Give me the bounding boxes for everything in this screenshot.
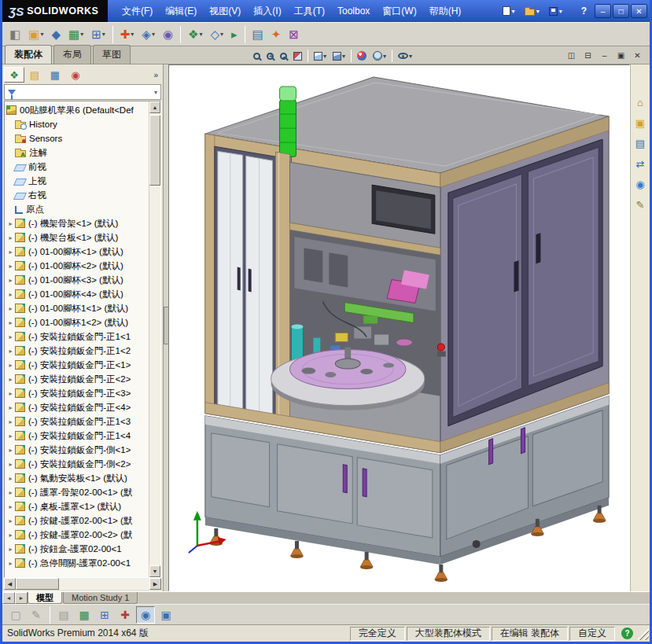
tree-item[interactable]: ▸(-) 桌板-護罩<1> (默认) (5, 499, 149, 513)
expand-arrow-icon[interactable]: ▸ (6, 333, 15, 340)
tree-item[interactable]: 注解 (5, 145, 149, 160)
expand-arrow-icon[interactable]: ▸ (6, 418, 15, 425)
tree-item[interactable]: ▸(-) 01-00腳杯<4> (默认) (5, 287, 149, 301)
view-palette-icon[interactable]: ⇄ (632, 156, 649, 172)
menu-file[interactable]: 文件(F) (116, 2, 159, 21)
tree-item[interactable]: ▸(-) 按鈕盒-護罩02-00<1 (5, 542, 149, 556)
appearances-tab-icon[interactable]: ◉ (65, 67, 86, 83)
expand-arrow-icon[interactable]: ▸ (6, 348, 15, 355)
panel-chevron-icon[interactable]: » (150, 71, 161, 79)
tree-item[interactable]: ▸(-) 安裝拉鎖鈑金門-正1<4 (5, 429, 149, 443)
expand-arrow-icon[interactable]: ▸ (6, 376, 15, 383)
tree-item[interactable]: ▸(-) 安裝拉鎖鈑金門-正<3> (5, 386, 149, 400)
open-recent-icon[interactable]: ▣▾ (25, 25, 46, 44)
tree-vertical-scrollbar[interactable]: ▲ ▼ (149, 101, 160, 577)
tree-item[interactable]: 原点 (5, 202, 149, 216)
expand-arrow-icon[interactable]: ▸ (6, 532, 15, 539)
resize-grip[interactable] (638, 627, 649, 640)
tree-item[interactable]: ▸(-) 安裝拉鎖鈑金門-正<1> (5, 358, 149, 372)
tree-item[interactable]: ▸(-) 01-00腳杯<2> (默认) (5, 259, 149, 273)
tree-item[interactable]: ▸(-) 01-00腳杯1<1> (默认) (5, 301, 149, 315)
expand-arrow-icon[interactable]: ▸ (6, 447, 15, 454)
tree-root-item[interactable]: 00貼膜机苹果6 (Default<Def (5, 103, 149, 117)
expand-arrow-icon[interactable]: ▸ (6, 489, 15, 496)
tab-scroll-left-icon[interactable]: ◄ (2, 592, 15, 604)
pane-left-icon[interactable]: ◫ (564, 49, 579, 61)
tree-item[interactable]: ▸(-) 安裝拉鎖鈑金門-正<4> (5, 400, 149, 414)
status-help-icon[interactable]: ? (621, 627, 633, 639)
expand-arrow-icon[interactable]: ▸ (6, 503, 15, 510)
insert-components-icon[interactable]: ⊞▾ (88, 25, 109, 44)
display-style-icon[interactable]: ▾ (330, 50, 348, 62)
new-motion-study-icon[interactable]: ▸ (228, 25, 241, 44)
graphics-area[interactable] (169, 65, 629, 591)
view-settings-icon[interactable]: ▾ (396, 51, 414, 61)
zoom-area-icon[interactable] (264, 51, 276, 61)
scroll-down-icon[interactable]: ▼ (149, 565, 160, 577)
expand-arrow-icon[interactable]: ▸ (6, 319, 15, 326)
open-document-icon[interactable]: ▾ (521, 5, 543, 17)
tree-item[interactable]: ▸(-) 安裝拉鎖鈑金門-正<2> (5, 372, 149, 386)
move-component-icon[interactable]: ◈▾ (138, 25, 158, 44)
pane-split-icon[interactable]: ⊟ (580, 49, 595, 61)
tab-scroll-right-icon[interactable]: ► (15, 592, 28, 604)
tree-item[interactable]: History (5, 117, 149, 131)
tree-item[interactable]: 前视 (5, 160, 149, 174)
new-document-icon[interactable]: ▾ (499, 5, 518, 17)
linear-component-pattern-icon[interactable]: ▦▾ (65, 25, 87, 44)
view-orientation-icon[interactable]: ▾ (311, 50, 329, 62)
menu-tools[interactable]: 工具(T) (288, 2, 331, 21)
filter-dropdown-icon[interactable]: ▾ (154, 89, 157, 96)
hide-show-tree-icon[interactable]: ◧ (6, 25, 24, 44)
tree-item[interactable]: ▸(-) 急停開關-護罩02-00<1 (5, 556, 149, 570)
tree-item[interactable]: ▸(-) 按鍵-護罩02-00<1> (默 (5, 513, 149, 528)
expand-arrow-icon[interactable]: ▸ (6, 546, 15, 553)
doc-tab-motion-study-1[interactable]: Motion Study 1 (63, 592, 138, 604)
close-button[interactable]: ✕ (631, 4, 647, 18)
expand-arrow-icon[interactable]: ▸ (6, 263, 15, 270)
doc-tab-模型[interactable]: 模型 (28, 592, 62, 604)
featuremanager-tab-icon[interactable]: ❖ (4, 67, 24, 83)
tab-sketch[interactable]: 草图 (93, 45, 131, 64)
configurationmanager-tab-icon[interactable]: ▦ (45, 67, 65, 83)
expand-arrow-icon[interactable]: ▸ (6, 234, 15, 241)
section-view-icon[interactable] (291, 50, 304, 62)
zoom-fit-icon[interactable] (251, 51, 263, 61)
tree-item[interactable]: 上视 (5, 174, 149, 188)
expand-arrow-icon[interactable]: ▸ (6, 432, 15, 440)
expand-arrow-icon[interactable]: ▸ (6, 517, 15, 524)
scroll-left-icon[interactable]: ◀ (4, 578, 16, 590)
tree-item[interactable]: ▸(-) 安裝拉鎖鈑金門-側<1> (5, 443, 149, 457)
vertical-scroll-thumb[interactable] (149, 115, 160, 186)
appearances-scenes-icon[interactable]: ◉ (632, 176, 649, 193)
grid-system-icon[interactable]: ⊞ (95, 606, 114, 624)
scroll-up-icon[interactable]: ▲ (149, 101, 160, 113)
expand-arrow-icon[interactable]: ▸ (6, 390, 15, 397)
mate-icon[interactable]: ◆ (48, 25, 64, 44)
menu-toolbox[interactable]: Toolbox (331, 2, 376, 20)
expand-arrow-icon[interactable]: ▸ (6, 220, 15, 227)
reference-geometry-icon[interactable]: ◇▾ (207, 25, 227, 44)
apply-scene-icon[interactable]: ▾ (370, 50, 389, 62)
expand-arrow-icon[interactable]: ▸ (6, 461, 15, 468)
tree-filter-bar[interactable]: ▾ (4, 84, 161, 100)
expand-arrow-icon[interactable]: ▸ (6, 475, 15, 482)
expand-arrow-icon[interactable]: ▸ (6, 277, 15, 284)
expand-arrow-icon[interactable]: ▸ (6, 404, 15, 411)
tree-item[interactable]: Sensors (5, 131, 149, 145)
tree-item[interactable]: ▸(-) 按鍵-護罩02-00<2> (默 (5, 528, 149, 542)
expand-arrow-icon[interactable]: ▸ (6, 560, 15, 567)
reference-axes-icon[interactable]: ✚ (116, 606, 134, 624)
doc-close-icon[interactable]: ✕ (630, 49, 645, 61)
doc-restore-icon[interactable]: ▣ (613, 49, 628, 61)
tree-item[interactable]: ▸(-) 01-00腳杯1<2> (默认) (5, 315, 149, 329)
menu-edit[interactable]: 编辑(E) (159, 2, 203, 21)
bill-of-materials-icon[interactable]: ▤ (249, 25, 267, 44)
maximize-button[interactable]: □ (613, 4, 629, 18)
machine-assembly-model[interactable] (205, 77, 609, 582)
tree-item[interactable]: ▸(-) 機架台板<1> (默认) (5, 230, 149, 245)
design-library-icon[interactable]: ▣ (632, 115, 649, 131)
graphics-viewport[interactable] (168, 64, 630, 591)
file-explorer-icon[interactable]: ▤ (632, 135, 649, 152)
tree-item[interactable]: ▸(-) 機架骨架<1> (默认) (5, 216, 149, 230)
